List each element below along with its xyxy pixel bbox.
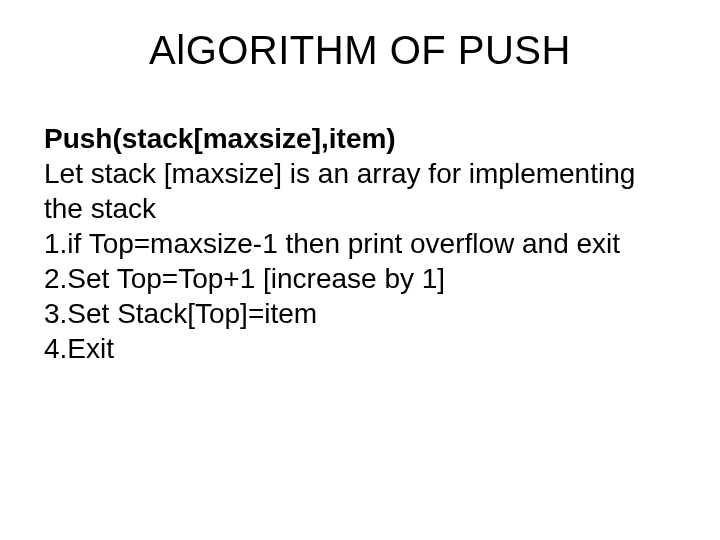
slide: AlGORITHM OF PUSH Push(stack[maxsize],it… (0, 28, 720, 540)
description-line: Let stack [maxsize] is an array for impl… (44, 156, 676, 226)
slide-body: Push(stack[maxsize],item) Let stack [max… (0, 121, 720, 366)
slide-title: AlGORITHM OF PUSH (0, 28, 720, 73)
step-3: 3.Set Stack[Top]=item (44, 296, 676, 331)
push-signature: Push(stack[maxsize],item) (44, 121, 676, 156)
step-2: 2.Set Top=Top+1 [increase by 1] (44, 261, 676, 296)
step-1: 1.if Top=maxsize-1 then print overflow a… (44, 226, 676, 261)
step-4: 4.Exit (44, 331, 676, 366)
